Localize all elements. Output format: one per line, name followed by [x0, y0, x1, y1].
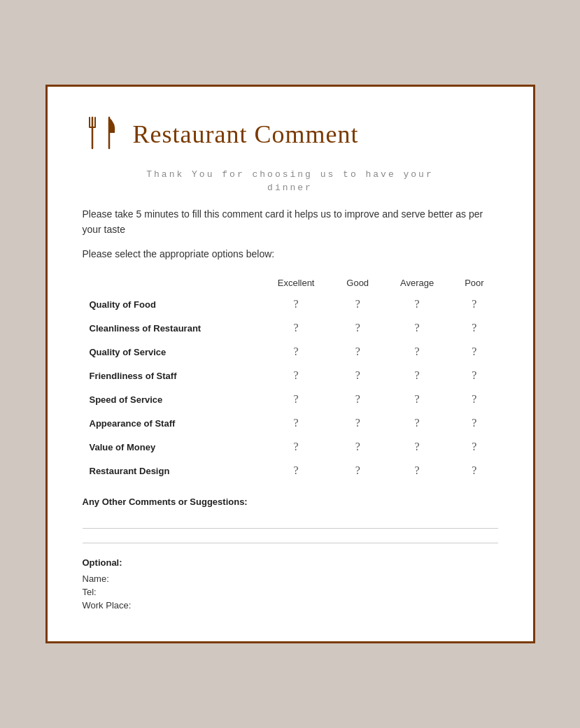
optional-field: Work Place: [83, 600, 498, 611]
radio-excellent[interactable]: ? [260, 435, 332, 459]
col-header-good: Good [332, 273, 383, 292]
row-label: Quality of Service [83, 340, 260, 364]
radio-average[interactable]: ? [383, 435, 451, 459]
table-row: Speed of Service???? [83, 387, 498, 411]
radio-good[interactable]: ? [332, 459, 383, 483]
table-row: Value of Money???? [83, 435, 498, 459]
radio-poor[interactable]: ? [451, 411, 497, 435]
row-label: Restaurant Design [83, 459, 260, 483]
radio-average[interactable]: ? [383, 459, 451, 483]
col-header-poor: Poor [451, 273, 497, 292]
row-label: Speed of Service [83, 387, 260, 411]
radio-poor[interactable]: ? [451, 387, 497, 411]
table-row: Restaurant Design???? [83, 459, 498, 483]
table-row: Quality of Service???? [83, 340, 498, 364]
radio-poor[interactable]: ? [451, 459, 497, 483]
header: Restaurant Comment [83, 115, 498, 154]
radio-excellent[interactable]: ? [260, 292, 332, 316]
row-label: Cleanliness of Restaurant [83, 316, 260, 340]
radio-excellent[interactable]: ? [260, 459, 332, 483]
row-label: Value of Money [83, 435, 260, 459]
radio-average[interactable]: ? [383, 364, 451, 387]
optional-label: Optional: [83, 557, 498, 568]
radio-good[interactable]: ? [332, 387, 383, 411]
table-row: Cleanliness of Restaurant???? [83, 316, 498, 340]
table-header-row: Excellent Good Average Poor [83, 273, 498, 292]
radio-poor[interactable]: ? [451, 292, 497, 316]
comments-section: Any Other Comments or Suggestions: [83, 497, 498, 543]
radio-excellent[interactable]: ? [260, 411, 332, 435]
thank-you-text: Thank You for choosing us to have your d… [83, 168, 498, 195]
radio-good[interactable]: ? [332, 340, 383, 364]
radio-good[interactable]: ? [332, 435, 383, 459]
page-wrapper: Restaurant Comment Thank You for choosin… [0, 0, 580, 728]
rating-table: Excellent Good Average Poor Quality of F… [83, 273, 498, 483]
comment-line-1 [83, 528, 498, 529]
row-label: Appearance of Staff [83, 411, 260, 435]
radio-excellent[interactable]: ? [260, 364, 332, 387]
radio-good[interactable]: ? [332, 411, 383, 435]
col-header-category [83, 273, 260, 292]
radio-good[interactable]: ? [332, 292, 383, 316]
radio-average[interactable]: ? [383, 292, 451, 316]
radio-average[interactable]: ? [383, 340, 451, 364]
cutlery-svg [83, 115, 119, 151]
radio-average[interactable]: ? [383, 387, 451, 411]
radio-excellent[interactable]: ? [260, 387, 332, 411]
radio-good[interactable]: ? [332, 316, 383, 340]
col-header-excellent: Excellent [260, 273, 332, 292]
optional-field: Name: [83, 573, 498, 584]
optional-field: Tel: [83, 587, 498, 597]
radio-average[interactable]: ? [383, 411, 451, 435]
page-title: Restaurant Comment [133, 120, 359, 149]
radio-average[interactable]: ? [383, 316, 451, 340]
comments-label: Any Other Comments or Suggestions: [83, 497, 498, 507]
optional-section: Optional: Name:Tel:Work Place: [83, 557, 498, 611]
radio-poor[interactable]: ? [451, 364, 497, 387]
comment-card: Restaurant Comment Thank You for choosin… [45, 85, 535, 644]
comment-line-2 [83, 543, 498, 543]
table-row: Quality of Food???? [83, 292, 498, 316]
radio-excellent[interactable]: ? [260, 340, 332, 364]
description-text: Please take 5 minutes to fill this comme… [83, 206, 498, 238]
row-label: Quality of Food [83, 292, 260, 316]
radio-poor[interactable]: ? [451, 340, 497, 364]
icon-area [83, 115, 119, 154]
radio-excellent[interactable]: ? [260, 316, 332, 340]
col-header-average: Average [383, 273, 451, 292]
radio-poor[interactable]: ? [451, 435, 497, 459]
row-label: Friendliness of Staff [83, 364, 260, 387]
radio-good[interactable]: ? [332, 364, 383, 387]
prompt-text: Please select the appropriate options be… [83, 248, 498, 259]
table-row: Appearance of Staff???? [83, 411, 498, 435]
radio-poor[interactable]: ? [451, 316, 497, 340]
table-row: Friendliness of Staff???? [83, 364, 498, 387]
